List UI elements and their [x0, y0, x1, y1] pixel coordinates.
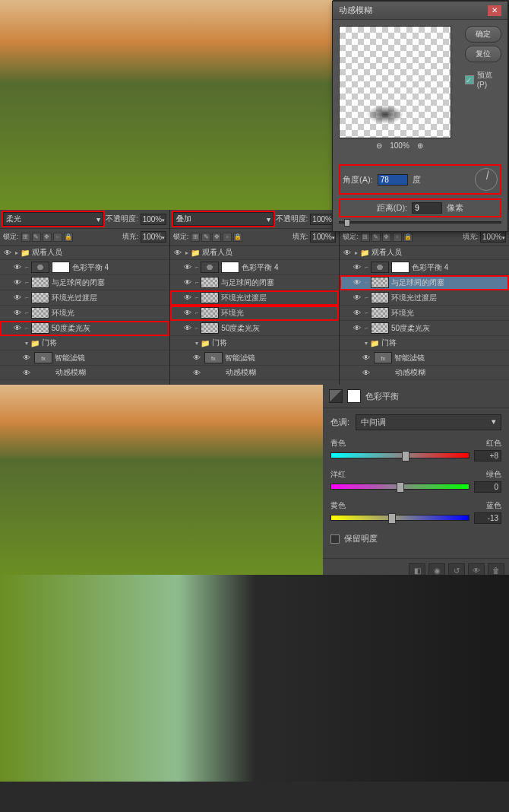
lock-all-icon[interactable]: 🔒 — [233, 233, 242, 242]
color-slider-2[interactable] — [330, 515, 469, 521]
visibility-icon[interactable]: 👁 — [182, 324, 193, 332]
layer-row[interactable]: 👁 ⌐ 环境光过渡层 — [340, 290, 509, 306]
visibility-icon[interactable]: 👁 — [2, 249, 13, 257]
layer-row[interactable]: 👁 ⌐ 色彩平衡 4 — [340, 260, 509, 275]
layer-row[interactable]: 👁 ⌐ 与足球间的闭塞 — [340, 275, 509, 290]
lock-artboard-icon[interactable]: ▫ — [393, 233, 402, 242]
smart-filters-row[interactable]: 👁 fx 智能滤镜 — [340, 350, 509, 366]
angle-input[interactable] — [378, 174, 408, 186]
layer-row[interactable]: 👁 ⌐ 与足球间的闭塞 — [0, 275, 169, 290]
layers-panel-1: 叠加▾ 不透明度: 100%▾ 锁定: ⊞ ✎ ✥ ▫ 🔒 填充: 100%▾ … — [170, 210, 340, 385]
ok-button[interactable]: 确定 — [465, 26, 501, 43]
layer-row[interactable]: 👁 ⌐ 色彩平衡 4 — [170, 260, 340, 275]
visibility-icon[interactable]: 👁 — [21, 354, 32, 362]
color-value-1[interactable] — [474, 481, 501, 493]
visibility-icon[interactable]: 👁 — [361, 354, 371, 362]
close-icon[interactable]: ✕ — [488, 5, 501, 16]
layer-group[interactable]: ▾ 📁 门将 — [0, 336, 169, 350]
visibility-icon[interactable]: 👁 — [352, 278, 362, 287]
visibility-icon[interactable]: 👁 — [12, 293, 23, 302]
filter-row[interactable]: 👁 动感模糊 — [0, 366, 169, 380]
layer-row[interactable]: 👁 ⌐ 环境光过渡层 — [170, 290, 340, 306]
layer-group[interactable]: 👁 ▸ 📁 观看人员 — [170, 246, 340, 260]
lock-brush-icon[interactable]: ✎ — [32, 233, 41, 242]
layer-row[interactable]: 👁 ⌐ 环境光 — [340, 306, 509, 321]
distance-input[interactable] — [412, 202, 442, 214]
layer-thumb — [371, 322, 389, 334]
blend-mode-select[interactable]: 柔光▾ — [3, 212, 103, 226]
visibility-icon[interactable]: 👁 — [12, 309, 23, 317]
preview-checkbox[interactable]: ✓ — [465, 75, 474, 84]
layer-name: 与足球间的闭塞 — [221, 278, 337, 288]
layer-row[interactable]: 👁 ⌐ 色彩平衡 4 — [0, 260, 169, 275]
fill-input[interactable]: 100%▾ — [480, 231, 506, 243]
fill-input[interactable]: 100%▾ — [310, 231, 336, 243]
visibility-icon[interactable]: 👁 — [172, 249, 183, 257]
layer-group[interactable]: 👁 ▸ 📁 观看人员 — [0, 246, 169, 260]
layer-thumb — [201, 262, 219, 273]
preserve-luminosity-checkbox[interactable] — [330, 534, 340, 544]
layer-row[interactable]: 👁 ⌐ 50度柔光灰 — [340, 321, 509, 336]
blend-mode-select[interactable]: 叠加▾ — [173, 212, 273, 226]
lock-position-icon[interactable]: ✥ — [382, 233, 391, 242]
zoom-in-icon[interactable]: ⊕ — [417, 141, 423, 150]
lock-artboard-icon[interactable]: ▫ — [53, 233, 62, 242]
visibility-icon[interactable]: 👁 — [361, 369, 371, 377]
lock-pixels-icon[interactable]: ⊞ — [191, 233, 200, 242]
lock-artboard-icon[interactable]: ▫ — [223, 233, 232, 242]
visibility-icon[interactable]: 👁 — [12, 263, 23, 271]
color-slider-0[interactable] — [330, 452, 469, 458]
tone-select[interactable]: 中间调▾ — [356, 414, 501, 430]
layer-thumb — [371, 307, 389, 319]
color-slider-1[interactable] — [330, 484, 469, 490]
layer-name: 环境光过渡层 — [221, 293, 337, 303]
visibility-icon[interactable]: 👁 — [12, 324, 23, 332]
lock-brush-icon[interactable]: ✎ — [371, 233, 381, 242]
lock-pixels-icon[interactable]: ⊞ — [21, 233, 30, 242]
visibility-icon[interactable]: 👁 — [342, 249, 353, 257]
visibility-icon[interactable]: 👁 — [191, 369, 202, 377]
lock-pixels-icon[interactable]: ⊞ — [361, 233, 370, 242]
smart-filters-row[interactable]: 👁 fx 智能滤镜 — [0, 350, 169, 366]
zoom-out-icon[interactable]: ⊖ — [376, 141, 382, 150]
layer-row[interactable]: 👁 ⌐ 环境光过渡层 — [0, 290, 169, 306]
visibility-icon[interactable]: 👁 — [352, 293, 362, 302]
visibility-icon[interactable]: 👁 — [182, 293, 193, 302]
visibility-icon[interactable]: 👁 — [191, 354, 202, 362]
folder-icon: 📁 — [30, 339, 40, 347]
visibility-icon[interactable]: 👁 — [352, 263, 362, 271]
visibility-icon[interactable]: 👁 — [182, 278, 193, 287]
layer-group[interactable]: ▾ 📁 门将 — [170, 336, 340, 350]
layer-group[interactable]: ▾ 📁 门将 — [340, 336, 509, 350]
angle-dial[interactable] — [475, 168, 498, 191]
color-value-0[interactable] — [474, 450, 501, 462]
visibility-icon[interactable]: 👁 — [182, 263, 193, 271]
visibility-icon[interactable]: 👁 — [352, 324, 362, 332]
layer-row[interactable]: 👁 ⌐ 50度柔光灰 — [0, 321, 169, 336]
layer-group[interactable]: 👁 ▸ 📁 观看人员 — [340, 246, 509, 260]
distance-param-row: 距离(D): 像素 — [339, 198, 501, 217]
layer-row[interactable]: 👁 ⌐ 环境光 — [170, 306, 340, 321]
color-value-2[interactable] — [474, 512, 501, 524]
layer-row[interactable]: 👁 ⌐ 环境光 — [0, 306, 169, 321]
visibility-icon[interactable]: 👁 — [21, 369, 32, 377]
fill-input[interactable]: 100%▾ — [141, 231, 166, 243]
layer-thumb — [201, 322, 219, 334]
layer-row[interactable]: 👁 ⌐ 50度柔光灰 — [170, 321, 340, 336]
visibility-icon[interactable]: 👁 — [182, 309, 193, 317]
lock-all-icon[interactable]: 🔒 — [403, 233, 413, 242]
distance-slider[interactable] — [339, 221, 501, 224]
opacity-input[interactable]: 100%▾ — [141, 214, 166, 225]
layer-name: 50度柔光灰 — [221, 323, 337, 334]
lock-position-icon[interactable]: ✥ — [43, 233, 52, 242]
smart-filters-row[interactable]: 👁 fx 智能滤镜 — [170, 350, 340, 366]
lock-all-icon[interactable]: 🔒 — [64, 233, 73, 242]
filter-row[interactable]: 👁 动感模糊 — [340, 366, 509, 380]
layer-row[interactable]: 👁 ⌐ 与足球间的闭塞 — [170, 275, 340, 290]
visibility-icon[interactable]: 👁 — [352, 309, 362, 317]
reset-button[interactable]: 复位 — [465, 46, 501, 62]
lock-brush-icon[interactable]: ✎ — [201, 233, 210, 242]
visibility-icon[interactable]: 👁 — [12, 278, 23, 287]
lock-position-icon[interactable]: ✥ — [212, 233, 221, 242]
filter-row[interactable]: 👁 动感模糊 — [170, 366, 340, 380]
